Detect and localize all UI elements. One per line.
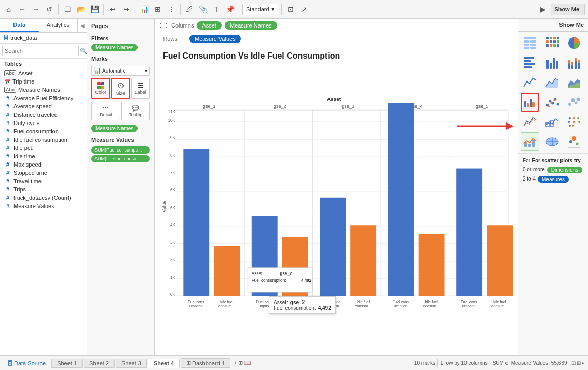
bar-gse4-fuel[interactable]	[388, 103, 414, 296]
svg-rect-135	[568, 147, 580, 148]
bar-gse5-idle[interactable]	[487, 225, 513, 296]
bar-gse4-idle[interactable]	[419, 234, 445, 296]
tooltip-button[interactable]: 💬 Tooltip	[121, 102, 151, 120]
list-item[interactable]: #truck_data.csv (Count)	[0, 194, 87, 202]
bar-gse3-fuel[interactable]	[320, 198, 346, 296]
forward-icon[interactable]: →	[30, 4, 42, 15]
chart-type-map2[interactable]	[565, 132, 583, 151]
search-icon[interactable]: 🔍	[80, 48, 87, 54]
refresh-icon[interactable]: ↺	[44, 4, 55, 15]
table-icon[interactable]: ⊞	[152, 4, 163, 15]
save-icon[interactable]: 💾	[89, 4, 100, 15]
list-item[interactable]: #Fuel consumption	[0, 127, 87, 135]
chart-type-area[interactable]	[543, 73, 562, 92]
chart-type-bar-vert[interactable]	[543, 53, 562, 72]
detail-button[interactable]: ⋯ Detail	[91, 102, 120, 120]
measure-chip-1[interactable]: SUM(Fuel consumpti...	[91, 146, 150, 154]
chart-type-heatmap[interactable]	[543, 34, 562, 52]
add-story-icon[interactable]: 📖	[244, 360, 251, 366]
label-button[interactable]: ☰ Label	[131, 78, 150, 99]
list-item[interactable]: #Idle fuel consumption	[0, 135, 87, 144]
tab-analytics[interactable]: Analytics	[39, 19, 78, 32]
chart-type-box[interactable]	[543, 113, 562, 131]
list-item[interactable]: #Average speed	[0, 102, 87, 111]
list-item[interactable]: 📅Trip time	[0, 77, 87, 86]
bar-gse1-fuel[interactable]	[183, 149, 209, 296]
asset-chip[interactable]: Asset	[197, 21, 222, 30]
chart-type-histogram[interactable]	[521, 113, 539, 131]
standard-dropdown[interactable]: Standard▾	[242, 4, 278, 15]
status-right: 10 marks 1 row by 10 columns SUM of Meas…	[414, 359, 584, 367]
collapse-panel-icon[interactable]: ◀	[77, 19, 87, 32]
search-input[interactable]	[2, 46, 79, 56]
size-button[interactable]: ⊙ Size	[111, 78, 130, 99]
datasource-tab[interactable]: 🗄 Data Source	[4, 360, 49, 366]
list-item[interactable]: AbcAsset	[0, 69, 87, 77]
highlight-icon[interactable]: 🖊	[184, 4, 195, 15]
chart-icon[interactable]: 📊	[139, 4, 150, 15]
open-icon[interactable]: 📂	[75, 4, 87, 15]
bar-gse3-idle[interactable]	[350, 225, 376, 296]
chart-type-pie[interactable]	[565, 34, 583, 52]
map-view-icon[interactable]: ▪	[582, 360, 584, 366]
tab-data[interactable]: Data	[0, 19, 39, 32]
chart-type-dual-bar[interactable]	[521, 93, 539, 112]
chart-type-bar-horiz[interactable]	[521, 53, 539, 72]
list-item[interactable]: AbcMeasure Names	[0, 86, 87, 94]
list-item[interactable]: #Idle pct.	[0, 144, 87, 152]
measure-values-shelf-chip[interactable]: Measure Values	[189, 35, 241, 43]
chart-type-map[interactable]	[543, 132, 562, 151]
dashboard1-tab[interactable]: ⊞Dashboard 1	[181, 358, 230, 368]
chart-type-combo[interactable]	[521, 132, 539, 151]
measure-names-chip[interactable]: Measure Names	[91, 125, 138, 132]
list-item[interactable]: #Average Fuel Efficiency	[0, 94, 87, 102]
measure-names-row: Measure Names	[91, 125, 150, 132]
sheet4-tab[interactable]: Sheet 4	[148, 359, 180, 368]
grid-view-icon[interactable]: ⊞	[577, 360, 581, 366]
sheet1-tab[interactable]: Sheet 1	[51, 359, 83, 368]
color-button[interactable]: Color	[91, 78, 110, 99]
share-icon[interactable]: ↗	[298, 4, 310, 15]
new-icon[interactable]: ☐	[62, 4, 73, 15]
bar-gse1-idle[interactable]	[214, 246, 240, 296]
redo-icon[interactable]: ↪	[120, 4, 132, 15]
marks-type-dropdown[interactable]: 📊 Automatic ▾	[91, 66, 150, 76]
sheet2-tab[interactable]: Sheet 2	[84, 359, 115, 368]
more-icon[interactable]: ⋮	[166, 4, 177, 15]
list-item[interactable]: #Trips	[0, 185, 87, 194]
add-sheet-icon[interactable]: +	[234, 360, 237, 366]
measure-chip-2[interactable]: SUM(Idle fuel consu...	[91, 155, 150, 162]
chart-type-scatter[interactable]	[543, 93, 562, 112]
list-item[interactable]: #Idle time	[0, 152, 87, 160]
fit-view-icon[interactable]: ⊡	[571, 360, 576, 366]
back-icon[interactable]: ←	[17, 4, 28, 15]
svg-point-112	[568, 103, 571, 106]
annotate-icon[interactable]: 📎	[197, 4, 209, 15]
chart-type-gantt[interactable]	[565, 113, 583, 131]
type-hash: #	[4, 170, 11, 176]
list-item[interactable]: #Max speed	[0, 160, 87, 169]
chart-type-line[interactable]	[521, 73, 539, 92]
bar-gse5-fuel[interactable]	[456, 169, 482, 296]
show-me-button[interactable]: Show Me	[551, 4, 585, 15]
list-item[interactable]: #Stopped time	[0, 169, 87, 177]
list-item[interactable]: #Travel time	[0, 177, 87, 185]
list-item[interactable]: #Duty cycle	[0, 119, 87, 127]
fit-icon[interactable]: ⊡	[285, 4, 296, 15]
measure-names-shelf-chip[interactable]: Measure Names	[225, 21, 277, 30]
list-item[interactable]: #Distance traveled	[0, 111, 87, 119]
undo-icon[interactable]: ↩	[107, 4, 118, 15]
filter-chip[interactable]: Measure Names	[91, 44, 138, 51]
present-icon[interactable]: ▶	[537, 4, 549, 15]
chart-type-scatter2[interactable]	[565, 93, 583, 112]
text-icon[interactable]: T	[211, 4, 222, 15]
chart-type-stacked-area[interactable]	[565, 73, 583, 92]
svg-text:gse_2: gse_2	[280, 271, 292, 276]
sheet3-tab[interactable]: Sheet 3	[116, 359, 147, 368]
home-icon[interactable]: ⌂	[3, 4, 15, 15]
chart-type-text-table[interactable]	[521, 34, 539, 52]
pin-icon[interactable]: 📌	[224, 4, 236, 15]
chart-type-stacked-bar[interactable]	[565, 53, 583, 72]
add-dashboard-icon[interactable]: ⊞	[238, 360, 243, 366]
list-item[interactable]: #Measure Values	[0, 202, 87, 210]
